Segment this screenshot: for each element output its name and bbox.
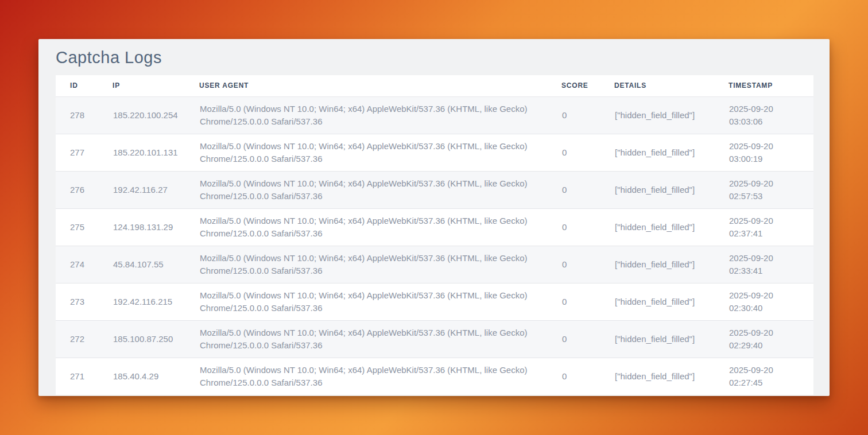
table-row: 274 45.84.107.55 Mozilla/5.0 (Windows NT… [56,246,813,283]
captcha-logs-card: Captcha Logs ID IP USER AGENT SCORE DETA… [38,39,830,396]
cell-timestamp: 2025-09-20 02:37:41 [728,208,813,246]
cell-score: 0 [561,283,614,320]
timestamp-text: 2025-09-20 02:33:41 [729,252,792,277]
cell-details: ["hidden_field_filled"] [614,283,728,320]
table-row: 275 124.198.131.29 Mozilla/5.0 (Windows … [56,208,813,246]
captcha-logs-table: ID IP USER AGENT SCORE DETAILS TIMESTAMP… [56,75,813,395]
cell-score: 0 [561,358,614,395]
column-header-id: ID [56,75,113,96]
column-header-ip: IP [113,75,199,96]
cell-details: ["hidden_field_filled"] [614,96,728,134]
timestamp-text: 2025-09-20 02:29:40 [729,327,792,352]
cell-id: 277 [56,134,113,171]
timestamp-text: 2025-09-20 03:00:19 [729,140,792,165]
cell-timestamp: 2025-09-20 02:29:40 [728,320,813,358]
cell-score: 0 [561,96,614,134]
log-table-body: 278 185.220.100.254 Mozilla/5.0 (Windows… [56,96,813,395]
cell-id: 278 [56,96,113,134]
table-row: 276 192.42.116.27 Mozilla/5.0 (Windows N… [56,171,813,208]
cell-user-agent: Mozilla/5.0 (Windows NT 10.0; Win64; x64… [199,96,561,134]
cell-score: 0 [561,208,614,246]
cell-user-agent: Mozilla/5.0 (Windows NT 10.0; Win64; x64… [199,134,561,171]
cell-id: 273 [56,283,113,320]
timestamp-text: 2025-09-20 02:37:41 [729,215,792,240]
cell-details: ["hidden_field_filled"] [614,134,728,171]
cell-ip: 185.220.101.131 [113,134,199,171]
cell-timestamp: 2025-09-20 02:27:45 [728,358,813,395]
cell-id: 275 [56,208,113,246]
cell-ip: 185.40.4.29 [113,358,199,395]
cell-id: 272 [56,320,113,358]
column-header-details: DETAILS [614,75,728,96]
cell-details: ["hidden_field_filled"] [614,358,728,395]
cell-user-agent: Mozilla/5.0 (Windows NT 10.0; Win64; x64… [199,171,561,208]
cell-id: 276 [56,171,113,208]
cell-timestamp: 2025-09-20 02:33:41 [728,246,813,283]
cell-ip: 185.220.100.254 [113,96,199,134]
column-header-timestamp: TIMESTAMP [728,75,813,96]
table-header-row: ID IP USER AGENT SCORE DETAILS TIMESTAMP [56,75,813,96]
timestamp-text: 2025-09-20 02:30:40 [729,289,792,314]
timestamp-text: 2025-09-20 02:27:45 [729,364,792,389]
cell-timestamp: 2025-09-20 02:57:53 [728,171,813,208]
column-header-user-agent: USER AGENT [199,75,561,96]
cell-timestamp: 2025-09-20 03:03:06 [728,96,813,134]
cell-id: 271 [56,358,113,395]
table-row: 277 185.220.101.131 Mozilla/5.0 (Windows… [56,134,813,171]
cell-score: 0 [561,246,614,283]
timestamp-text: 2025-09-20 02:57:53 [729,177,792,203]
cell-score: 0 [561,171,614,208]
cell-details: ["hidden_field_filled"] [614,320,728,358]
cell-ip: 124.198.131.29 [113,208,199,246]
table-header: ID IP USER AGENT SCORE DETAILS TIMESTAMP [56,75,813,96]
timestamp-text: 2025-09-20 03:03:06 [729,103,792,128]
page-background: { "page": { "title": "Captcha Logs" }, "… [0,0,868,435]
cell-user-agent: Mozilla/5.0 (Windows NT 10.0; Win64; x64… [199,320,561,358]
column-header-score: SCORE [561,75,614,96]
table-row: 273 192.42.116.215 Mozilla/5.0 (Windows … [56,283,813,320]
cell-id: 274 [56,246,113,283]
cell-ip: 192.42.116.215 [113,283,199,320]
cell-user-agent: Mozilla/5.0 (Windows NT 10.0; Win64; x64… [199,283,561,320]
cell-ip: 45.84.107.55 [113,246,199,283]
table-row: 278 185.220.100.254 Mozilla/5.0 (Windows… [56,96,813,134]
cell-ip: 192.42.116.27 [113,171,199,208]
cell-user-agent: Mozilla/5.0 (Windows NT 10.0; Win64; x64… [199,358,561,395]
cell-score: 0 [561,134,614,171]
page-title: Captcha Logs [38,39,830,75]
cell-ip: 185.100.87.250 [113,320,199,358]
table-row: 272 185.100.87.250 Mozilla/5.0 (Windows … [56,320,813,358]
cell-timestamp: 2025-09-20 02:30:40 [728,283,813,320]
cell-timestamp: 2025-09-20 03:00:19 [728,134,813,171]
cell-user-agent: Mozilla/5.0 (Windows NT 10.0; Win64; x64… [199,208,561,246]
cell-details: ["hidden_field_filled"] [614,246,728,283]
cell-score: 0 [561,320,614,358]
cell-details: ["hidden_field_filled"] [614,208,728,246]
cell-user-agent: Mozilla/5.0 (Windows NT 10.0; Win64; x64… [199,246,561,283]
cell-details: ["hidden_field_filled"] [614,171,728,208]
table-row: 271 185.40.4.29 Mozilla/5.0 (Windows NT … [56,358,813,395]
